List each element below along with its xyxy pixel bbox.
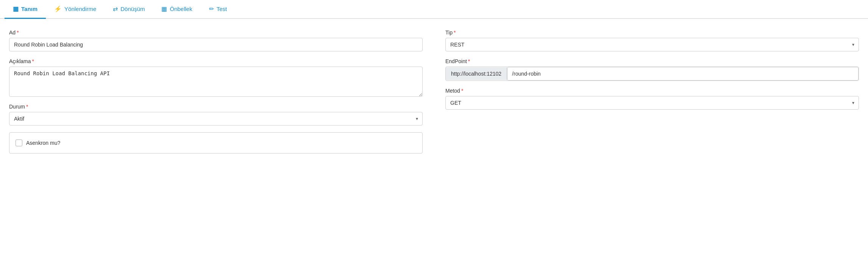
tabs-bar: ▦ Tanım ⚡ Yönlendirme ⇄ Dönüşüm ▦ Önbell…: [0, 0, 868, 19]
metod-select[interactable]: GET POST PUT DELETE PATCH: [445, 96, 859, 110]
durum-select-wrapper: Aktif Pasif ▾: [9, 112, 423, 126]
durum-field-group: Durum* Aktif Pasif ▾: [9, 104, 423, 126]
tip-label: Tip*: [445, 29, 859, 36]
endpoint-row: http://localhost:12102: [445, 67, 859, 81]
left-column: Ad* Açıklama* Round Robin Load Balancing…: [9, 29, 423, 154]
durum-select[interactable]: Aktif Pasif: [9, 112, 423, 126]
metod-required: *: [461, 88, 463, 94]
donusum-icon: ⇄: [113, 5, 118, 12]
tab-onbellek-label: Önbellek: [170, 6, 192, 12]
async-box: Asenkron mu?: [9, 132, 423, 154]
metod-label: Metod*: [445, 88, 859, 94]
tab-onbellek[interactable]: ▦ Önbellek: [153, 0, 200, 19]
tip-select[interactable]: REST SOAP GraphQL: [445, 38, 859, 51]
endpoint-field-group: EndPoint* http://localhost:12102: [445, 58, 859, 81]
test-icon: ✏: [209, 5, 214, 12]
ad-label: Ad*: [9, 29, 423, 36]
tab-donusum[interactable]: ⇄ Dönüşüm: [105, 0, 153, 19]
metod-field-group: Metod* GET POST PUT DELETE PATCH ▾: [445, 88, 859, 110]
endpoint-required: *: [468, 58, 470, 64]
endpoint-label: EndPoint*: [445, 58, 859, 64]
tab-yonlendirme-label: Yönlendirme: [64, 6, 96, 12]
durum-label: Durum*: [9, 104, 423, 110]
tab-test[interactable]: ✏ Test: [201, 0, 236, 19]
right-column: Tip* REST SOAP GraphQL ▾ EndPoint* http:…: [445, 29, 859, 154]
tanim-icon: ▦: [13, 5, 19, 12]
yonlendirme-icon: ⚡: [54, 5, 62, 12]
tab-tanim[interactable]: ▦ Tanım: [5, 0, 46, 19]
onbellek-icon: ▦: [161, 5, 167, 12]
form-content: Ad* Açıklama* Round Robin Load Balancing…: [0, 19, 868, 164]
durum-required: *: [26, 104, 28, 110]
ad-input[interactable]: [9, 38, 423, 51]
aciklama-required: *: [32, 58, 34, 64]
ad-field-group: Ad*: [9, 29, 423, 51]
tab-yonlendirme[interactable]: ⚡ Yönlendirme: [46, 0, 105, 19]
tip-field-group: Tip* REST SOAP GraphQL ▾: [445, 29, 859, 51]
endpoint-path-input[interactable]: [507, 67, 859, 81]
async-label[interactable]: Asenkron mu?: [26, 140, 60, 146]
tab-tanim-label: Tanım: [21, 6, 37, 12]
metod-select-wrapper: GET POST PUT DELETE PATCH ▾: [445, 96, 859, 110]
aciklama-field-group: Açıklama* Round Robin Load Balancing API: [9, 58, 423, 97]
async-checkbox[interactable]: [16, 140, 22, 146]
tab-test-label: Test: [217, 6, 227, 12]
tip-select-wrapper: REST SOAP GraphQL ▾: [445, 38, 859, 51]
tab-donusum-label: Dönüşüm: [120, 6, 145, 12]
endpoint-prefix: http://localhost:12102: [446, 67, 507, 80]
ad-required: *: [17, 29, 19, 36]
aciklama-label: Açıklama*: [9, 58, 423, 64]
tip-required: *: [454, 29, 456, 36]
aciklama-textarea[interactable]: Round Robin Load Balancing API: [9, 67, 423, 97]
